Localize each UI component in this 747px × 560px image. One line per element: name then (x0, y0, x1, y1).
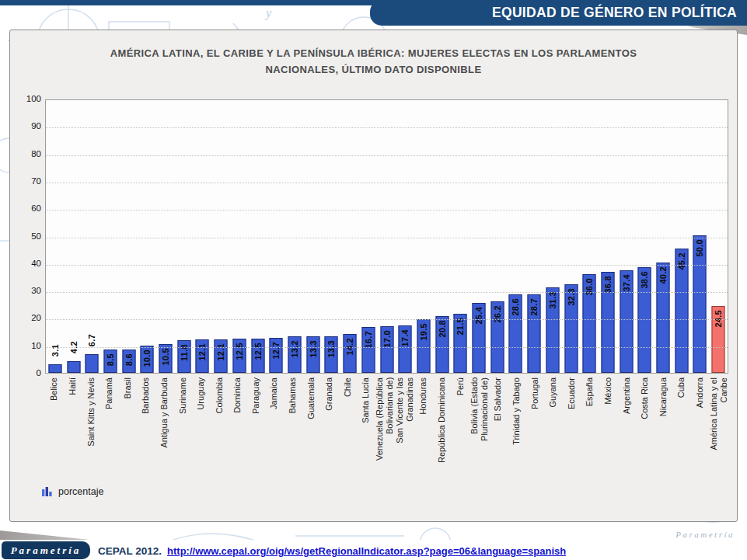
x-tick-cell: Perú (451, 377, 469, 500)
bar-cell: 21.5 (451, 100, 469, 373)
x-tick-cell: Bolivia (Estado Plurinacional de) (469, 377, 489, 500)
x-tick-cell: Santa Lucía (357, 377, 375, 500)
bar-cell: 13.3 (304, 100, 323, 373)
y-tick-label: 0 (10, 368, 41, 377)
bar-value-label: 13.3 (326, 340, 336, 358)
bar-value-label: 37.4 (622, 274, 631, 292)
bar-cell: 6.7 (82, 100, 101, 373)
x-tick-label: Paraguay (251, 377, 261, 414)
x-tick-cell: Brasil (118, 377, 137, 500)
gridline (46, 292, 728, 293)
bar-value-label: 28.6 (511, 298, 520, 316)
x-tick-cell: Portugal (525, 377, 544, 500)
bar-value-label: 10.0 (142, 350, 152, 367)
bar-value-label: 31.3 (548, 291, 557, 309)
x-tick-cell: El Salvador (489, 377, 508, 500)
y-tick-label: 80 (10, 149, 41, 158)
bar (86, 354, 99, 373)
x-tick-cell: Honduras (414, 377, 433, 500)
y-tick-label: 40 (10, 259, 41, 268)
x-tick-label: Perú (456, 377, 466, 395)
bar-cell: 19.5 (414, 100, 433, 373)
y-tick-label: 30 (10, 286, 41, 295)
x-tick-label: Santa Lucía (361, 377, 371, 423)
y-tick-label: 20 (10, 313, 41, 322)
x-tick-label: Granada (324, 377, 334, 411)
bar-value-label: 13.3 (309, 340, 318, 358)
y-tick-label: 90 (10, 121, 41, 130)
x-tick-label: Andorra (695, 377, 705, 408)
bar-cell: 20.8 (433, 100, 452, 373)
legend: porcentaje (41, 485, 103, 497)
bar (67, 361, 80, 373)
bar-value-label: 32.3 (567, 288, 576, 306)
x-tick-cell: Belice (45, 377, 64, 500)
x-tick-label: Panamá (104, 377, 114, 409)
bar-cell: 8.5 (101, 100, 120, 373)
x-tick-label: Costa Rica (640, 377, 650, 419)
bar-cell: 24.5 (709, 100, 728, 373)
x-tick-cell: Uruguay (192, 377, 211, 500)
x-tick-cell: Nicaragua (654, 377, 672, 500)
logo-text: Parametría (11, 544, 82, 557)
banner-title: EQUIDAD DE GÉNERO EN POLÍTICA (492, 5, 737, 21)
x-tick-cell: Venezuela (República Bolivariana de) (375, 377, 394, 500)
bar-value-label: 13.2 (290, 340, 299, 358)
x-tick-label: Ecuador (567, 377, 577, 409)
x-tick-label: Barbados (141, 377, 151, 414)
x-tick-cell: Colombia (210, 377, 229, 500)
x-axis-labels: BeliceHaitíSaint Kitts y NevisPanamáBras… (45, 377, 728, 500)
bar-value-label: 16.7 (364, 331, 373, 349)
bar-chart-icon (41, 485, 53, 497)
x-tick-label: Chile (343, 377, 353, 397)
gridline (46, 210, 728, 210)
bar-cell: 36.0 (580, 100, 599, 373)
x-tick-label: Argentina (622, 377, 632, 414)
bar-cell: 12.7 (267, 100, 285, 373)
x-tick-cell: Trinidad y Tabago (508, 377, 526, 500)
bar-value-label: 3.1 (51, 344, 60, 357)
x-tick-label: Colombia (215, 377, 225, 413)
bar-cell: 25.4 (469, 100, 488, 373)
bar-cell: 17.4 (396, 100, 414, 373)
x-tick-cell: República Dominicana (433, 377, 452, 500)
bar-value-label: 28.7 (529, 298, 539, 316)
bars-container: 3.14.26.78.58.610.010.511.812.112.112.51… (46, 100, 728, 373)
bar-cell: 31.3 (543, 100, 562, 373)
bar-cell: 50.0 (691, 100, 710, 373)
bar-value-label: 12.5 (235, 343, 244, 360)
source-line: CEPAL 2012. http://www.cepal.org/oig/ws/… (98, 545, 566, 557)
source-link[interactable]: http://www.cepal.org/oig/ws/getRegionalI… (167, 545, 566, 557)
x-tick-label: Venezuela (República Bolivariana de) (375, 377, 394, 461)
y-tick-label: 50 (10, 231, 41, 241)
gridline (46, 319, 728, 320)
x-tick-label: Nicaragua (658, 377, 668, 416)
x-tick-cell: México (599, 377, 617, 500)
source-label: CEPAL 2012. (98, 545, 162, 557)
bar-value-label: 25.4 (474, 307, 483, 325)
bar-cell: 26.2 (488, 100, 507, 373)
x-tick-label: España (585, 377, 595, 406)
gridline (46, 127, 728, 128)
gridline (46, 238, 728, 238)
x-tick-label: Cuba (676, 377, 686, 398)
bar-value-label: 12.7 (271, 342, 281, 360)
bar-value-label: 8.6 (124, 353, 134, 366)
x-tick-cell: Argentina (617, 377, 636, 500)
bar-cell: 3.1 (46, 100, 65, 373)
x-tick-label: Portugal (530, 377, 540, 409)
x-tick-label: Haití (68, 377, 78, 395)
gridline (46, 265, 728, 266)
x-tick-label: Jamaica (269, 377, 279, 409)
bar-cell: 32.3 (562, 100, 581, 373)
x-tick-cell: Granada (320, 377, 339, 500)
gridline (46, 155, 728, 156)
chart-panel: AMÉRICA LATINA, EL CARIBE Y LA PENÍNSULA… (9, 30, 738, 522)
x-tick-label: Bolivia (Estado Plurinacional de) (469, 377, 489, 441)
x-tick-label: Suriname (178, 377, 188, 414)
x-tick-cell: Guyana (544, 377, 563, 500)
bar-value-label: 36.8 (603, 276, 613, 294)
y-tick-label: 10 (10, 341, 41, 350)
bar-value-label: 12.1 (216, 343, 225, 361)
bar-value-label: 40.2 (658, 266, 668, 284)
